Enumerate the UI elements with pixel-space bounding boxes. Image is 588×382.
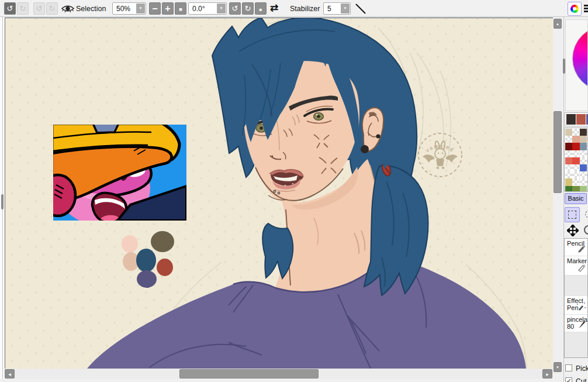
tool-list[interactable]: PencilMarkerEffect Penpincela. 80: [564, 238, 588, 358]
move-tool[interactable]: [567, 225, 579, 236]
palette-swatch[interactable]: [580, 129, 587, 136]
canvas[interactable]: VAMPIRE: [5, 18, 553, 369]
minus-icon: −: [152, 4, 157, 13]
hue-wheel[interactable]: [572, 26, 588, 91]
palette-swatch[interactable]: [572, 129, 579, 136]
palette-swatch[interactable]: [580, 164, 587, 171]
palette-swatch[interactable]: [565, 186, 572, 192]
reference-image: [40, 123, 186, 226]
palette-swatch[interactable]: [580, 178, 587, 185]
left-panel-edge: [0, 17, 5, 379]
ellipse-select-tool[interactable]: [582, 207, 588, 222]
scroll-right-button[interactable]: ▶: [542, 369, 552, 378]
current-color-swatch[interactable]: [576, 114, 586, 125]
stabilizer-select[interactable]: 5 ▼: [323, 2, 351, 15]
toolbar: ↺ ↻ ↺ ↻ Selection 50% ▼ − + ■ 0.0° ▼ ↺ ↻…: [0, 0, 588, 17]
color-palette[interactable]: [564, 128, 588, 192]
color-wheel-button[interactable]: [568, 2, 582, 16]
zoom-in-button[interactable]: +: [162, 2, 174, 15]
tool-item-empty[interactable]: [565, 276, 587, 296]
palette-swatch[interactable]: [565, 178, 572, 185]
chevron-down-icon[interactable]: ▼: [217, 4, 226, 13]
palette-swatch[interactable]: [572, 143, 579, 150]
rect-select-icon: [568, 211, 576, 219]
selection-label: Selection: [76, 5, 106, 13]
palette-swatch[interactable]: [572, 157, 579, 164]
zoom-select[interactable]: 50% ▼: [112, 2, 146, 15]
palette-swatch[interactable]: [572, 164, 579, 171]
rotate-cw-button[interactable]: ↻: [242, 2, 254, 15]
pencil-icon: [577, 243, 586, 255]
angle-select[interactable]: 0.0° ▼: [188, 2, 227, 15]
ellipse-select-icon: [585, 210, 588, 218]
rotate-ccw-icon: ↺: [232, 4, 238, 13]
line-tool-icon[interactable]: [354, 2, 367, 15]
undo-icon: ↺: [7, 4, 13, 13]
eye-icon[interactable]: [61, 4, 74, 13]
square-icon: ■: [260, 7, 262, 12]
palette-swatch[interactable]: [572, 178, 579, 185]
undo-button[interactable]: ↺: [4, 2, 16, 15]
zoom-tool[interactable]: [583, 225, 588, 236]
vertical-scroll-thumb[interactable]: [554, 111, 562, 193]
undo-history-button[interactable]: ↺: [33, 2, 45, 15]
zoom-reset-button[interactable]: ■: [175, 2, 186, 15]
tool-item-marker[interactable]: Marker: [565, 256, 587, 276]
color-wheel-icon: [570, 5, 579, 13]
palette-swatch[interactable]: [565, 150, 572, 157]
zoom-out-button[interactable]: −: [149, 2, 161, 15]
rotate-ccw-button[interactable]: ↺: [229, 2, 241, 15]
palette-swatch[interactable]: [580, 150, 587, 157]
palette-swatch[interactable]: [565, 129, 572, 136]
palette-swatch[interactable]: [565, 171, 572, 178]
rotate-reset-button[interactable]: ■: [255, 2, 267, 15]
tool-item-pincela.[interactable]: pincela. 80: [565, 315, 587, 332]
palette-swatch[interactable]: [580, 136, 587, 143]
scroll-down-button[interactable]: ▼: [554, 362, 562, 372]
palette-swatch[interactable]: [572, 136, 579, 143]
palette-swatch[interactable]: [580, 186, 587, 192]
tool-item-pencil[interactable]: Pencil: [565, 239, 587, 256]
pick-checkbox[interactable]: [565, 364, 572, 371]
rotate-cw-icon: ↻: [245, 4, 251, 13]
scroll-left-button[interactable]: ◀: [5, 369, 15, 378]
left-splitter-handle[interactable]: [1, 194, 4, 209]
horizontal-scrollbar[interactable]: ◀ ▶: [5, 369, 553, 379]
redo-history-button[interactable]: ↻: [46, 2, 58, 15]
palette-swatch[interactable]: [565, 143, 572, 150]
stabilizer-label: Stabilizer: [290, 5, 320, 13]
rect-select-tool[interactable]: [565, 207, 580, 222]
palette-swatch[interactable]: [580, 171, 587, 178]
status-strip: [0, 379, 588, 382]
app-window: ↺ ↻ ↺ ↻ Selection 50% ▼ − + ■ 0.0° ▼ ↺ ↻…: [0, 0, 588, 382]
flip-horizontal-icon[interactable]: ⇄: [270, 2, 278, 14]
color-wheel-panel[interactable]: [565, 19, 588, 111]
palette-swatch[interactable]: [572, 186, 579, 192]
palette-swatch[interactable]: [565, 157, 572, 164]
palette-swatch[interactable]: [572, 171, 579, 178]
menu-button[interactable]: [584, 4, 588, 13]
palette-swatch[interactable]: [565, 164, 572, 171]
scroll-up-button[interactable]: ▲: [554, 19, 562, 29]
current-colors: [565, 112, 588, 126]
redo-icon: ↻: [20, 4, 26, 13]
vertical-scrollbar[interactable]: ▲ ▼: [553, 18, 562, 373]
brush-icon: [577, 319, 586, 331]
palette-swatch[interactable]: [580, 157, 587, 164]
tool-item-effect[interactable]: Effect Pen: [565, 296, 587, 315]
redo-button[interactable]: ↻: [17, 2, 29, 15]
basic-tab-button[interactable]: Basic: [565, 193, 587, 204]
palette-swatch[interactable]: [572, 150, 579, 157]
chevron-down-icon[interactable]: ▼: [341, 4, 350, 13]
plus-icon: +: [165, 4, 170, 13]
palette-swatch[interactable]: [565, 136, 572, 143]
horizontal-scroll-thumb[interactable]: [179, 369, 319, 378]
artwork: VAMPIRE: [5, 18, 553, 369]
tool-item-empty[interactable]: [565, 332, 587, 358]
current-color-swatch[interactable]: [566, 114, 576, 125]
chevron-down-icon[interactable]: ▼: [136, 4, 145, 13]
square-icon: ■: [179, 6, 182, 12]
cut-checkbox[interactable]: ✓: [565, 377, 572, 382]
palette-swatch[interactable]: [580, 143, 587, 150]
check-icon: ✓: [566, 377, 571, 382]
